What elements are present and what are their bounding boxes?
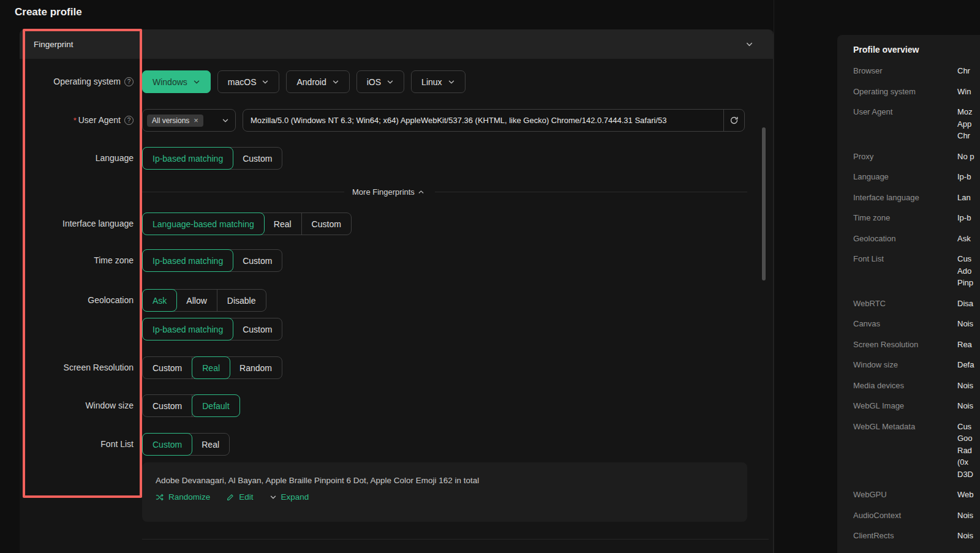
refresh-icon	[729, 116, 739, 125]
more-fingerprints-toggle[interactable]: More Fingerprints	[142, 184, 747, 199]
overview-row-value: No p	[957, 151, 980, 163]
option-ask[interactable]: Ask	[142, 289, 177, 312]
user-agent-input[interactable]: Mozilla/5.0 (Windows NT 6.3; Win64; x64)…	[243, 110, 723, 131]
form-row-user-agent: *User Agent? All versions × Mozilla/5.0 …	[20, 109, 773, 132]
overview-row-label: Media devices	[853, 380, 957, 392]
overview-row-value: Nois	[957, 530, 980, 542]
field-label-font-list: Font List	[20, 433, 134, 456]
edit-link[interactable]: Edit	[226, 492, 253, 502]
overview-row: Interface languageLan	[853, 192, 980, 204]
tag-remove-icon[interactable]: ×	[194, 116, 198, 124]
option-ip-based-matching[interactable]: Ip-based matching	[142, 249, 233, 272]
option-real[interactable]: Real	[192, 434, 229, 455]
refresh-user-agent-button[interactable]	[723, 110, 744, 131]
chevron-down-icon	[448, 78, 455, 86]
overview-row-value: Rea	[957, 339, 980, 351]
panel-edge-divider	[774, 0, 774, 553]
field-label-geolocation: Geolocation	[20, 289, 134, 312]
overview-row: AudioContextNois	[853, 510, 980, 522]
overview-row-value: Win	[957, 86, 980, 98]
os-button-ios[interactable]: iOS	[356, 70, 404, 93]
expand-link[interactable]: Expand	[270, 492, 309, 502]
form-row-operating-system: Operating system? WindowsmacOSAndroidiOS…	[20, 70, 773, 93]
font-list-summary-text: Adobe Devanagari, Al Bayan, Apple Braill…	[156, 476, 734, 485]
screen-resolution-segmented-control: CustomRealRandom	[142, 356, 282, 379]
form-row-more-fingerprints: More Fingerprints	[20, 184, 773, 199]
section-divider	[142, 539, 769, 540]
overview-row-value: CusAdoPinp	[957, 253, 980, 289]
overview-row-value: Defa	[957, 359, 980, 371]
overview-row: Operating systemWin	[853, 86, 980, 98]
field-label-time-zone: Time zone	[20, 249, 134, 272]
option-allow[interactable]: Allow	[176, 290, 217, 311]
overview-row-value: Web	[957, 489, 980, 501]
chevron-down-icon[interactable]	[745, 40, 753, 48]
overview-row: Font ListCusAdoPinp	[853, 253, 980, 289]
overview-row-label: WebGL Image	[853, 400, 957, 412]
overview-row-value: Ip-b	[957, 212, 980, 224]
overview-row-label: Screen Resolution	[853, 339, 957, 351]
overview-row-value: Ask	[957, 233, 980, 245]
page-title: Create profile	[15, 6, 82, 18]
overview-row: CanvasNois	[853, 318, 980, 330]
overview-row-label: Canvas	[853, 318, 957, 330]
option-language-based-matching[interactable]: Language-based matching	[142, 213, 265, 235]
option-disable[interactable]: Disable	[217, 290, 266, 311]
fingerprint-panel: Fingerprint Operating system? Windowsmac…	[20, 29, 774, 553]
create-profile-page: Create profile Fingerprint Operating sys…	[0, 0, 980, 553]
randomize-link[interactable]: Randomize	[156, 492, 210, 502]
interface-language-segmented-control: Language-based matchingRealCustom	[142, 213, 352, 235]
os-button-windows[interactable]: Windows	[142, 70, 211, 93]
os-button-macos[interactable]: macOS	[217, 70, 280, 93]
option-ip-based-matching[interactable]: Ip-based matching	[142, 147, 233, 170]
overview-row-label: ClientRects	[853, 530, 957, 542]
overview-row-label: User Agent	[853, 106, 957, 118]
overview-row: Time zoneIp-b	[853, 212, 980, 224]
chevron-down-icon	[262, 78, 269, 86]
more-fingerprints-label: More Fingerprints	[352, 187, 415, 197]
option-custom[interactable]: Custom	[143, 395, 192, 416]
scrollbar-thumb[interactable]	[762, 127, 766, 280]
overview-row: WebRTCDisa	[853, 298, 980, 310]
os-button-android[interactable]: Android	[286, 70, 349, 93]
form-row-window-size: Window size CustomDefault	[20, 394, 773, 417]
divider-line	[142, 192, 344, 192]
time-zone-segmented-control: Ip-based matchingCustom	[142, 249, 282, 272]
form-row-geolocation: Geolocation AskAllowDisable	[20, 289, 773, 312]
overview-row-label: AudioContext	[853, 510, 957, 522]
overview-row: Window sizeDefa	[853, 359, 980, 371]
option-ip-based-matching[interactable]: Ip-based matching	[142, 318, 233, 340]
overview-row: WebGL MetadataCusGooRad(0xD3D	[853, 421, 980, 481]
option-custom[interactable]: Custom	[233, 148, 282, 169]
overview-row: ClientRectsNois	[853, 530, 980, 542]
font-list-segmented-control: CustomReal	[142, 433, 230, 456]
overview-row: WebGPUWeb	[853, 489, 980, 501]
option-real[interactable]: Real	[264, 213, 302, 235]
fingerprint-section-header[interactable]: Fingerprint	[20, 29, 773, 59]
overview-row-value: Nois	[957, 380, 980, 392]
option-custom[interactable]: Custom	[142, 433, 192, 456]
overview-row-value: Lan	[957, 192, 980, 204]
profile-overview-title: Profile overview	[853, 45, 980, 55]
option-random[interactable]: Random	[230, 357, 282, 378]
option-custom[interactable]: Custom	[143, 357, 192, 378]
option-default[interactable]: Default	[192, 394, 239, 417]
profile-overview-rows: BrowserChrOperating systemWinUser AgentM…	[853, 65, 980, 542]
option-custom[interactable]: Custom	[302, 213, 351, 235]
chevron-down-icon	[332, 78, 339, 86]
overview-row-label: Proxy	[853, 151, 957, 163]
overview-row-label: Font List	[853, 253, 957, 265]
option-custom[interactable]: Custom	[233, 318, 282, 340]
overview-row-label: Interface language	[853, 192, 957, 204]
geolocation-mode-segmented-control: AskAllowDisable	[142, 289, 266, 312]
required-asterisk: *	[74, 116, 77, 125]
option-real[interactable]: Real	[192, 356, 230, 379]
ua-version-select[interactable]: All versions ×	[142, 109, 236, 132]
field-label-user-agent: *User Agent?	[20, 109, 134, 132]
field-label-operating-system: Operating system?	[20, 70, 134, 93]
os-button-linux[interactable]: Linux	[411, 70, 465, 93]
chevron-down-icon	[270, 494, 277, 501]
option-custom[interactable]: Custom	[233, 250, 282, 271]
form-row-interface-language: Interface language Language-based matchi…	[20, 213, 773, 235]
overview-row-label: Geolocation	[853, 233, 957, 245]
